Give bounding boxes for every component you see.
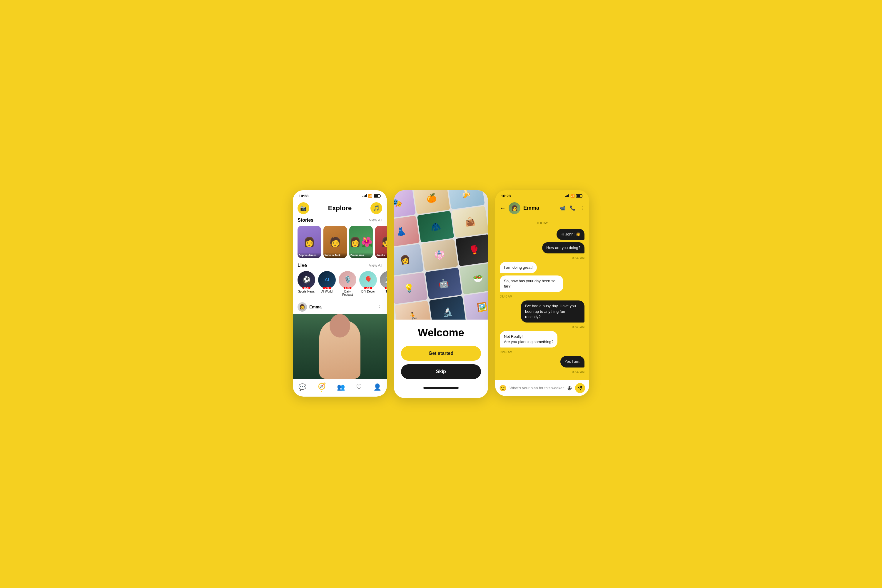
send-button[interactable] [575,383,585,393]
stories-section-header: Stories View All [293,218,387,226]
nav-likes[interactable]: ♡ [356,383,362,391]
live-label-diy: DIY Décor [362,290,375,293]
status-icons-3: 📶 [565,194,583,198]
collage-item-10: 💡 [394,272,428,304]
chat-actions: 📹 📞 ⋮ [560,205,585,211]
wifi-icon-3: 📶 [570,194,575,198]
message-6: Not Really!Are you planning something? [500,331,557,348]
story-card[interactable]: 👩‍🌺 Emma Ana [349,226,373,258]
collage-item-6: 👜 [452,206,488,237]
message-7: Yes I am. [560,356,585,367]
chat-input-area: 🙂 ⊕ [495,380,589,396]
live-avatar-diy: 🎈 [359,271,377,289]
bottom-nav: 💬 🧭 👥 ♡ 👤 [293,379,387,397]
post-user: 👩 Emma [297,302,322,312]
collage-item-12: 🥗 [459,262,488,295]
message-time-7: 09:32 AM [572,370,585,374]
collage-item-5: 🧥 [417,210,454,243]
collage-item-2: 🍊 [413,190,450,214]
live-label: Live [297,263,307,268]
story-name-4: Amelia [376,254,387,256]
live-section-header: Live View All [293,263,387,271]
collage-item-14: 🔬 [429,296,466,320]
screens-container: 10:28 📶 📷 Explore 🎵 Stories View All [293,190,589,398]
emoji-button[interactable]: 🙂 [499,384,507,392]
menu-button[interactable]: 🎵 [370,202,382,214]
live-badge-diy: LIVE [364,286,372,289]
chat-date: TODAY [500,221,585,225]
stories-label: Stories [297,218,314,223]
message-2: How are you doing? [542,242,585,254]
collage-item-13: 🏃 [394,300,432,319]
back-button[interactable]: ← [500,205,506,212]
live-item-sports[interactable]: ⚽ LIVE Sports News [297,271,315,296]
collage-item-3: 🍌 [447,190,485,209]
post-options-button[interactable]: ⋮ [377,304,382,310]
more-options-button[interactable]: ⋮ [580,205,585,211]
status-bar-3: 10:28 📶 [495,190,589,200]
time-1: 10:28 [299,194,308,198]
wifi-icon: 📶 [368,194,372,198]
live-badge-tech: LIVE [385,286,387,289]
live-item-ai[interactable]: AI LIVE AI World [318,271,336,296]
battery-icon [374,194,381,198]
collage-item-7: 👩 [394,244,424,276]
view-all-live[interactable]: View All [369,263,382,267]
live-label-ai: AI World [321,290,333,293]
story-card[interactable]: 👧 Amelia [375,226,387,258]
live-badge-podcast: LIVE [344,286,351,289]
view-all-stories[interactable]: View All [369,218,382,222]
nav-chat[interactable]: 💬 [298,383,306,391]
battery-icon-3 [576,194,583,198]
photo-collage: 🎭 🍊 🍌 👗 🧥 👜 👩 👘 🥊 💡 🤖 🥗 🏃 🔬 🖼️ [394,190,488,320]
post-username: Emma [309,304,322,309]
post-image [293,314,387,379]
story-name-3: Emma Ana [351,254,372,256]
message-time-2: 09:32 AM [572,256,585,260]
chat-header: ← 👩 Emma 📹 📞 ⋮ [495,200,589,218]
post-header: 👩 Emma ⋮ [293,300,387,314]
nav-community[interactable]: 👥 [337,383,345,391]
post-person-img [293,314,387,379]
live-avatar-podcast: 🎙️ [339,271,356,289]
collage-item-1: 🎭 [394,190,416,219]
message-input[interactable] [510,386,564,390]
status-icons-1: 📶 [363,194,381,198]
live-avatar-sports: ⚽ [297,271,315,289]
voice-call-button[interactable]: 📞 [570,205,576,211]
attach-button[interactable]: ⊕ [567,384,572,392]
nav-profile[interactable]: 👤 [374,383,381,391]
chat-username: Emma [524,205,557,211]
story-card[interactable]: 👩 Sophia James [297,226,321,258]
video-call-button[interactable]: 📹 [560,205,566,211]
collage-item-8: 👘 [421,239,458,271]
chat-messages: TODAY Hi John! 👋 How are you doing? 09:3… [495,218,589,380]
get-started-button[interactable]: Get started [401,346,481,361]
post-section: 👩 Emma ⋮ [293,300,387,379]
chat-avatar: 👩 [508,202,520,214]
explore-header: 📷 Explore 🎵 [293,200,387,218]
live-item-tech[interactable]: 💻 LIVE Tech [380,271,387,296]
message-time-5: 09:45 AM [572,326,585,329]
skip-button[interactable]: Skip [401,364,481,379]
welcome-title: Welcome [418,327,464,339]
live-avatar-tech: 💻 [380,271,387,289]
message-1: Hi John! 👋 [556,229,585,240]
phone-welcome: 🎭 🍊 🍌 👗 🧥 👜 👩 👘 🥊 💡 🤖 🥗 🏃 🔬 🖼️ Welcome [394,190,488,398]
page-title: Explore [328,204,352,212]
collage-item-15: 🖼️ [464,291,488,319]
live-badge-sports: LIVE [303,286,310,289]
stories-row: 👩 Sophia James 🧑 William Jack 👩‍🌺 Emma A… [293,226,387,263]
live-avatar-ai: AI [318,271,336,289]
story-name-2: William Jack [325,254,346,256]
message-3: I am doing great! [500,262,537,273]
home-indicator [423,387,459,388]
live-item-diy[interactable]: 🎈 LIVE DIY Décor [359,271,377,296]
camera-button[interactable]: 📷 [297,202,309,214]
message-4: So, how has your day been so far? [500,276,563,292]
story-card[interactable]: 🧑 William Jack [323,226,347,258]
message-time-6: 09:46 AM [500,351,512,354]
collage-item-11: 🤖 [425,267,462,299]
nav-explore[interactable]: 🧭 [318,382,326,392]
live-item-podcast[interactable]: 🎙️ LIVE Daily Podcast [339,271,356,296]
